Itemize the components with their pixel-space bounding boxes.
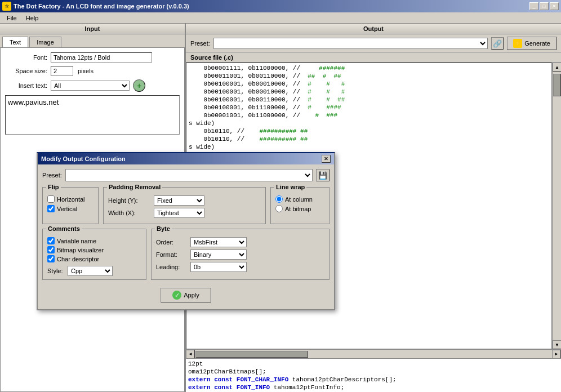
flip-group: Flip Horizontal Vertical xyxy=(42,187,99,224)
byte-content: Order: MsbFirst LsbFirst Format: Binary … xyxy=(156,237,324,272)
format-select[interactable]: Binary Hex Decimal xyxy=(190,250,247,260)
horizontal-checkbox[interactable] xyxy=(47,195,55,203)
at-column-label: At column xyxy=(285,196,313,203)
modal-content: Preset: 💾 Flip Horizontal xyxy=(38,164,334,309)
at-column-row: At column xyxy=(275,195,324,203)
at-bitmap-radio[interactable] xyxy=(275,205,283,212)
apply-icon: ✓ xyxy=(172,291,181,300)
at-bitmap-row: At bitmap xyxy=(275,205,324,212)
char-descriptor-label: Char descriptor xyxy=(57,256,99,262)
char-desc-row: Char descriptor xyxy=(47,255,141,262)
flip-group-title: Flip xyxy=(46,184,61,190)
style-label: Style: xyxy=(47,268,64,274)
comments-checkboxes: Variable name Bitmap visualizer Char des… xyxy=(47,237,141,262)
modal-save-button[interactable]: 💾 xyxy=(316,169,330,181)
comments-group-title: Comments xyxy=(46,225,82,232)
bitmap-visualizer-checkbox[interactable] xyxy=(47,246,55,253)
comments-content: Variable name Bitmap visualizer Char des… xyxy=(47,237,141,276)
apply-button[interactable]: ✓ Apply xyxy=(161,288,211,302)
byte-group-title: Byte xyxy=(155,225,172,232)
height-label: Height (Y): xyxy=(108,197,150,204)
linewrap-group: Line wrap At column At bitmap xyxy=(270,187,330,224)
linewrap-content: At column At bitmap xyxy=(275,195,324,212)
modal-title: Modify Output Configuration xyxy=(41,155,126,162)
modal-title-bar: Modify Output Configuration ✕ xyxy=(38,153,334,164)
leading-row: Leading: 0b 0x none xyxy=(156,262,324,272)
flip-content: Horizontal Vertical xyxy=(47,195,94,212)
leading-label: Leading: xyxy=(156,264,187,270)
modal-preset-select[interactable] xyxy=(65,169,313,181)
linewrap-group-title: Line wrap xyxy=(274,184,306,190)
variable-name-row: Variable name xyxy=(47,237,141,244)
vertical-checkbox-row: Vertical xyxy=(47,205,94,212)
order-row: Order: MsbFirst LsbFirst xyxy=(156,237,324,247)
modal-dialog: Modify Output Configuration ✕ Preset: 💾 … xyxy=(37,152,335,310)
style-row: Style: Cpp C None xyxy=(47,266,141,276)
bitmap-vis-row: Bitmap visualizer xyxy=(47,246,141,253)
bottom-groups-row: Comments Variable name Bitmap visualizer xyxy=(42,229,330,280)
padding-content: Height (Y): Fixed Tight Tightest Width (… xyxy=(108,195,261,218)
horizontal-checkbox-row: Horizontal xyxy=(47,195,94,203)
variable-name-label: Variable name xyxy=(57,238,96,244)
height-select[interactable]: Fixed Tight Tightest xyxy=(154,195,204,206)
style-select[interactable]: Cpp C None xyxy=(68,266,113,276)
char-descriptor-checkbox[interactable] xyxy=(47,255,55,262)
width-select[interactable]: Fixed Tight Tightest xyxy=(154,208,204,218)
modal-close-button[interactable]: ✕ xyxy=(322,155,331,163)
format-row: Format: Binary Hex Decimal xyxy=(156,250,324,260)
modal-preset-row: Preset: 💾 xyxy=(42,169,330,181)
width-label: Width (X): xyxy=(108,210,150,216)
modal-overlay: Modify Output Configuration ✕ Preset: 💾 … xyxy=(0,0,561,392)
modal-footer: ✓ Apply xyxy=(42,284,330,305)
comments-group: Comments Variable name Bitmap visualizer xyxy=(42,229,146,280)
byte-group: Byte Order: MsbFirst LsbFirst Format: xyxy=(151,229,330,280)
bitmap-visualizer-label: Bitmap visualizer xyxy=(57,247,104,253)
vertical-label: Vertical xyxy=(57,206,77,212)
padding-group-title: Padding Removal xyxy=(107,184,162,190)
padding-group: Padding Removal Height (Y): Fixed Tight … xyxy=(103,187,266,224)
at-column-radio[interactable] xyxy=(275,195,283,203)
top-groups-row: Flip Horizontal Vertical Paddi xyxy=(42,187,330,224)
apply-label: Apply xyxy=(184,292,199,299)
horizontal-label: Horizontal xyxy=(57,196,85,203)
modal-preset-label: Preset: xyxy=(42,172,62,179)
width-row: Width (X): Fixed Tight Tightest xyxy=(108,208,261,218)
order-select[interactable]: MsbFirst LsbFirst xyxy=(190,237,247,247)
order-label: Order: xyxy=(156,239,187,246)
variable-name-checkbox[interactable] xyxy=(47,237,55,244)
leading-select[interactable]: 0b 0x none xyxy=(190,262,247,272)
vertical-checkbox[interactable] xyxy=(47,205,55,212)
height-row: Height (Y): Fixed Tight Tightest xyxy=(108,195,261,206)
at-bitmap-label: At bitmap xyxy=(285,206,311,212)
format-label: Format: xyxy=(156,251,187,258)
